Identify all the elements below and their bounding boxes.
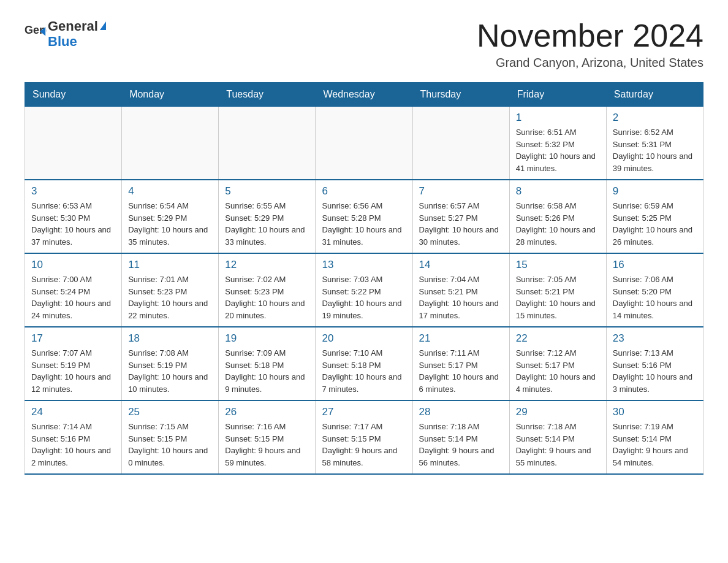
calendar-cell: 27Sunrise: 7:17 AM Sunset: 5:15 PM Dayli… bbox=[316, 400, 412, 474]
calendar-cell: 18Sunrise: 7:08 AM Sunset: 5:19 PM Dayli… bbox=[122, 327, 219, 400]
calendar-cell: 30Sunrise: 7:19 AM Sunset: 5:14 PM Dayli… bbox=[606, 400, 703, 474]
calendar-week-row: 24Sunrise: 7:14 AM Sunset: 5:16 PM Dayli… bbox=[25, 400, 703, 474]
day-info: Sunrise: 7:06 AM Sunset: 5:20 PM Dayligh… bbox=[613, 274, 697, 321]
calendar-week-row: 10Sunrise: 7:00 AM Sunset: 5:24 PM Dayli… bbox=[25, 253, 703, 327]
day-number: 8 bbox=[516, 185, 600, 197]
day-number: 13 bbox=[322, 259, 406, 271]
logo-text-blue: Blue bbox=[48, 34, 77, 49]
calendar-cell: 19Sunrise: 7:09 AM Sunset: 5:18 PM Dayli… bbox=[219, 327, 316, 400]
day-number: 15 bbox=[516, 259, 600, 271]
day-number: 7 bbox=[419, 185, 503, 197]
day-number: 18 bbox=[128, 332, 212, 345]
calendar-cell: 15Sunrise: 7:05 AM Sunset: 5:21 PM Dayli… bbox=[509, 253, 606, 327]
calendar-cell bbox=[219, 107, 316, 180]
logo-icon: General bbox=[25, 21, 47, 44]
day-info: Sunrise: 7:04 AM Sunset: 5:21 PM Dayligh… bbox=[419, 274, 503, 321]
weekday-header-saturday: Saturday bbox=[606, 83, 703, 107]
day-info: Sunrise: 7:01 AM Sunset: 5:23 PM Dayligh… bbox=[128, 274, 212, 321]
weekday-header-wednesday: Wednesday bbox=[316, 83, 412, 107]
day-info: Sunrise: 6:59 AM Sunset: 5:25 PM Dayligh… bbox=[613, 200, 697, 248]
day-number: 3 bbox=[31, 185, 115, 197]
day-number: 2 bbox=[613, 112, 697, 124]
calendar-cell: 24Sunrise: 7:14 AM Sunset: 5:16 PM Dayli… bbox=[25, 400, 122, 474]
page-subtitle: Grand Canyon, Arizona, United States bbox=[477, 56, 703, 70]
day-info: Sunrise: 7:12 AM Sunset: 5:17 PM Dayligh… bbox=[516, 347, 600, 395]
page-header: General General Blue November 2024 Grand… bbox=[25, 18, 703, 70]
day-number: 28 bbox=[419, 406, 503, 418]
calendar-cell: 22Sunrise: 7:12 AM Sunset: 5:17 PM Dayli… bbox=[509, 327, 606, 400]
weekday-header-monday: Monday bbox=[122, 83, 219, 107]
day-info: Sunrise: 7:09 AM Sunset: 5:18 PM Dayligh… bbox=[225, 347, 309, 395]
calendar-cell: 20Sunrise: 7:10 AM Sunset: 5:18 PM Dayli… bbox=[316, 327, 412, 400]
day-info: Sunrise: 7:08 AM Sunset: 5:19 PM Dayligh… bbox=[128, 347, 212, 395]
day-info: Sunrise: 7:05 AM Sunset: 5:21 PM Dayligh… bbox=[516, 274, 600, 321]
calendar-week-row: 17Sunrise: 7:07 AM Sunset: 5:19 PM Dayli… bbox=[25, 327, 703, 400]
calendar-cell: 14Sunrise: 7:04 AM Sunset: 5:21 PM Dayli… bbox=[412, 253, 509, 327]
day-number: 10 bbox=[31, 259, 115, 271]
day-number: 30 bbox=[613, 406, 697, 418]
day-info: Sunrise: 6:51 AM Sunset: 5:32 PM Dayligh… bbox=[516, 126, 600, 174]
calendar-cell: 10Sunrise: 7:00 AM Sunset: 5:24 PM Dayli… bbox=[25, 253, 122, 327]
day-info: Sunrise: 6:58 AM Sunset: 5:26 PM Dayligh… bbox=[516, 200, 600, 248]
day-number: 25 bbox=[128, 406, 212, 418]
day-number: 1 bbox=[516, 112, 600, 124]
day-info: Sunrise: 7:11 AM Sunset: 5:17 PM Dayligh… bbox=[419, 347, 503, 395]
calendar-cell bbox=[122, 107, 219, 180]
day-info: Sunrise: 6:55 AM Sunset: 5:29 PM Dayligh… bbox=[225, 200, 309, 248]
day-info: Sunrise: 6:56 AM Sunset: 5:28 PM Dayligh… bbox=[322, 200, 406, 248]
calendar-cell: 3Sunrise: 6:53 AM Sunset: 5:30 PM Daylig… bbox=[25, 180, 122, 253]
day-number: 6 bbox=[322, 185, 406, 197]
day-number: 21 bbox=[419, 332, 503, 345]
day-number: 23 bbox=[613, 332, 697, 345]
weekday-header-sunday: Sunday bbox=[25, 83, 122, 107]
calendar-week-row: 3Sunrise: 6:53 AM Sunset: 5:30 PM Daylig… bbox=[25, 180, 703, 253]
day-number: 19 bbox=[225, 332, 309, 345]
day-info: Sunrise: 7:03 AM Sunset: 5:22 PM Dayligh… bbox=[322, 274, 406, 321]
calendar-cell: 26Sunrise: 7:16 AM Sunset: 5:15 PM Dayli… bbox=[219, 400, 316, 474]
day-number: 4 bbox=[128, 185, 212, 197]
day-number: 9 bbox=[613, 185, 697, 197]
day-info: Sunrise: 6:52 AM Sunset: 5:31 PM Dayligh… bbox=[613, 126, 697, 174]
day-info: Sunrise: 7:17 AM Sunset: 5:15 PM Dayligh… bbox=[322, 421, 406, 469]
logo-triangle-icon bbox=[100, 21, 106, 30]
weekday-header-tuesday: Tuesday bbox=[219, 83, 316, 107]
calendar-header-row: SundayMondayTuesdayWednesdayThursdayFrid… bbox=[25, 83, 703, 107]
day-info: Sunrise: 7:00 AM Sunset: 5:24 PM Dayligh… bbox=[31, 274, 115, 321]
calendar-cell: 5Sunrise: 6:55 AM Sunset: 5:29 PM Daylig… bbox=[219, 180, 316, 253]
logo-text-general: General bbox=[48, 18, 98, 34]
calendar-cell: 12Sunrise: 7:02 AM Sunset: 5:23 PM Dayli… bbox=[219, 253, 316, 327]
day-info: Sunrise: 7:16 AM Sunset: 5:15 PM Dayligh… bbox=[225, 421, 309, 469]
day-info: Sunrise: 7:18 AM Sunset: 5:14 PM Dayligh… bbox=[516, 421, 600, 469]
calendar-week-row: 1Sunrise: 6:51 AM Sunset: 5:32 PM Daylig… bbox=[25, 107, 703, 180]
day-number: 20 bbox=[322, 332, 406, 345]
calendar-cell bbox=[25, 107, 122, 180]
day-info: Sunrise: 6:57 AM Sunset: 5:27 PM Dayligh… bbox=[419, 200, 503, 248]
day-number: 16 bbox=[613, 259, 697, 271]
calendar-cell bbox=[316, 107, 412, 180]
day-number: 24 bbox=[31, 406, 115, 418]
calendar-cell: 1Sunrise: 6:51 AM Sunset: 5:32 PM Daylig… bbox=[509, 107, 606, 180]
day-info: Sunrise: 7:07 AM Sunset: 5:19 PM Dayligh… bbox=[31, 347, 115, 395]
day-number: 14 bbox=[419, 259, 503, 271]
calendar-table: SundayMondayTuesdayWednesdayThursdayFrid… bbox=[25, 82, 703, 475]
weekday-header-thursday: Thursday bbox=[412, 83, 509, 107]
day-info: Sunrise: 7:18 AM Sunset: 5:14 PM Dayligh… bbox=[419, 421, 503, 469]
calendar-cell: 17Sunrise: 7:07 AM Sunset: 5:19 PM Dayli… bbox=[25, 327, 122, 400]
day-info: Sunrise: 7:15 AM Sunset: 5:15 PM Dayligh… bbox=[128, 421, 212, 469]
day-number: 11 bbox=[128, 259, 212, 271]
day-number: 5 bbox=[225, 185, 309, 197]
logo: General General Blue bbox=[25, 18, 106, 50]
calendar-cell: 4Sunrise: 6:54 AM Sunset: 5:29 PM Daylig… bbox=[122, 180, 219, 253]
day-number: 17 bbox=[31, 332, 115, 345]
calendar-cell: 9Sunrise: 6:59 AM Sunset: 5:25 PM Daylig… bbox=[606, 180, 703, 253]
title-area: November 2024 Grand Canyon, Arizona, Uni… bbox=[477, 18, 703, 70]
calendar-cell: 21Sunrise: 7:11 AM Sunset: 5:17 PM Dayli… bbox=[412, 327, 509, 400]
day-info: Sunrise: 7:10 AM Sunset: 5:18 PM Dayligh… bbox=[322, 347, 406, 395]
calendar-cell: 13Sunrise: 7:03 AM Sunset: 5:22 PM Dayli… bbox=[316, 253, 412, 327]
day-info: Sunrise: 7:14 AM Sunset: 5:16 PM Dayligh… bbox=[31, 421, 115, 469]
day-info: Sunrise: 7:19 AM Sunset: 5:14 PM Dayligh… bbox=[613, 421, 697, 469]
calendar-cell: 25Sunrise: 7:15 AM Sunset: 5:15 PM Dayli… bbox=[122, 400, 219, 474]
day-number: 12 bbox=[225, 259, 309, 271]
page-title: November 2024 bbox=[477, 18, 703, 53]
day-number: 26 bbox=[225, 406, 309, 418]
